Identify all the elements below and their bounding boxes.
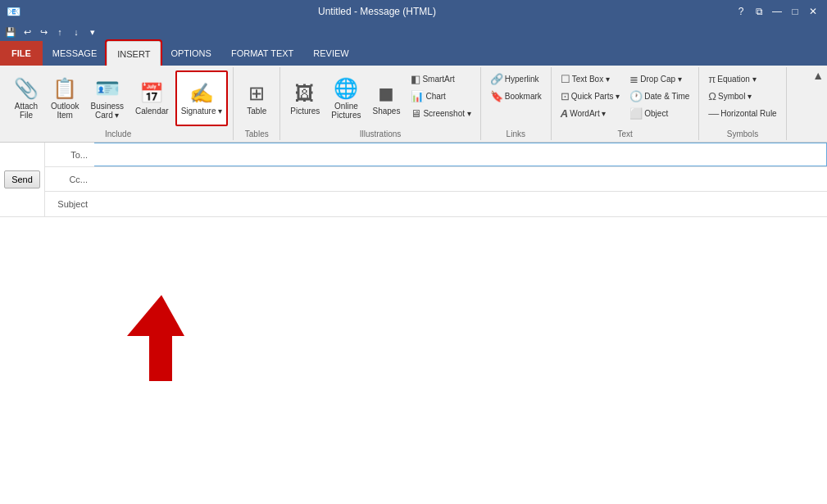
bookmark-button[interactable]: 🔖 Bookmark (486, 88, 546, 104)
business-card-button[interactable]: 🪪 BusinessCard ▾ (85, 70, 129, 126)
symbol-label: Symbol ▾ (718, 92, 752, 101)
quick-access-toolbar: 💾 ↩ ↪ ↑ ↓ ▾ (0, 23, 827, 41)
object-label: Object (644, 109, 668, 118)
undo-quick-btn[interactable]: ↩ (20, 25, 34, 39)
tab-options[interactable]: OPTIONS (161, 41, 221, 66)
chart-icon: 📊 (411, 90, 424, 102)
redo-quick-btn[interactable]: ↪ (36, 25, 51, 39)
tab-message[interactable]: MESSAGE (43, 41, 107, 66)
ribbon-group-include: 📎 AttachFile 📋 OutlookItem 🪪 BusinessCar… (3, 67, 234, 140)
symbol-button[interactable]: Ω Symbol ▾ (704, 88, 780, 104)
to-label: To... (45, 150, 94, 160)
date-time-button[interactable]: 🕐 Date & Time (625, 88, 693, 104)
text-buttons: ☐ Text Box ▾ ⊡ Quick Parts ▾ A WordArt ▾… (557, 69, 694, 128)
cc-field-row: Cc... (45, 167, 827, 192)
email-fields-container: Send To... Cc... Subject (0, 143, 827, 217)
cc-input[interactable] (94, 167, 827, 191)
symbols-col: π Equation ▾ Ω Symbol ▾ — Horizontal Rul… (704, 70, 780, 121)
subject-field-row: Subject (45, 192, 827, 216)
wordart-icon: A (561, 107, 568, 120)
tab-insert[interactable]: INSERT (107, 41, 161, 66)
signature-label: Signature ▾ (181, 107, 223, 116)
help-button[interactable]: ? (734, 4, 748, 19)
tab-file[interactable]: FILE (0, 41, 43, 66)
links-buttons: 🔗 Hyperlink 🔖 Bookmark (486, 69, 546, 128)
tab-format-text[interactable]: FORMAT TEXT (221, 41, 303, 66)
outlook-item-button[interactable]: 📋 OutlookItem (46, 70, 84, 126)
save-quick-btn[interactable]: 💾 (3, 25, 18, 39)
illustrations-buttons: 🖼 Pictures 🌐 OnlinePictures ◼ Shapes ◧ S… (285, 69, 475, 128)
tables-group-label: Tables (239, 128, 275, 138)
ribbon-group-illustrations: 🖼 Pictures 🌐 OnlinePictures ◼ Shapes ◧ S… (280, 67, 481, 140)
text-col1: ☐ Text Box ▾ ⊡ Quick Parts ▾ A WordArt ▾ (557, 70, 624, 121)
maximize-button[interactable]: □ (788, 4, 802, 19)
restore-button[interactable]: ⧉ (752, 4, 766, 19)
table-button[interactable]: ⊞ Table (239, 70, 275, 126)
to-input[interactable] (94, 143, 827, 166)
ribbon-group-symbols: π Equation ▾ Ω Symbol ▾ — Horizontal Rul… (699, 67, 786, 140)
title-bar-title: Untitled - Message (HTML) (20, 6, 734, 17)
equation-button[interactable]: π Equation ▾ (704, 70, 780, 87)
business-card-label: BusinessCard ▾ (90, 102, 124, 120)
screenshot-button[interactable]: 🖥 Screenshot ▾ (407, 105, 475, 121)
tables-buttons: ⊞ Table (239, 69, 275, 128)
smartart-icon: ◧ (411, 73, 420, 85)
symbol-icon: Ω (708, 90, 716, 102)
bookmark-label: Bookmark (505, 92, 542, 101)
attach-file-button[interactable]: 📎 AttachFile (8, 70, 44, 126)
include-group-label: Include (8, 128, 228, 138)
date-time-icon: 🕐 (629, 90, 643, 102)
calendar-icon: 📅 (139, 82, 164, 105)
ribbon-collapse-button[interactable]: ▲ (812, 69, 824, 82)
send-button[interactable]: Send (4, 170, 40, 188)
links-col: 🔗 Hyperlink 🔖 Bookmark (486, 70, 546, 104)
minimize-button[interactable]: — (770, 4, 784, 19)
chart-button[interactable]: 📊 Chart (407, 88, 475, 104)
close-button[interactable]: ✕ (806, 4, 820, 19)
quick-parts-button[interactable]: ⊡ Quick Parts ▾ (557, 88, 624, 104)
send-btn-area: Send (0, 143, 45, 216)
tab-review[interactable]: REVIEW (303, 41, 358, 66)
wordart-button[interactable]: A WordArt ▾ (557, 105, 624, 121)
hyperlink-label: Hyperlink (505, 75, 539, 84)
equation-icon: π (708, 73, 716, 85)
hyperlink-button[interactable]: 🔗 Hyperlink (486, 70, 546, 87)
subject-input[interactable] (94, 192, 827, 216)
object-button[interactable]: ⬜ Object (625, 105, 693, 121)
online-pictures-button[interactable]: 🌐 OnlinePictures (326, 70, 366, 126)
svg-marker-2 (127, 295, 184, 336)
text-box-button[interactable]: ☐ Text Box ▾ (557, 70, 624, 87)
customize-quick-access-btn[interactable]: ▾ (85, 25, 100, 39)
up-arrow-btn[interactable]: ↑ (52, 25, 67, 39)
shapes-button[interactable]: ◼ Shapes (367, 70, 405, 126)
hyperlink-icon: 🔗 (490, 73, 503, 85)
ribbon-tabs: FILE MESSAGE INSERT OPTIONS FORMAT TEXT … (0, 41, 827, 66)
outlook-item-label: OutlookItem (51, 102, 79, 120)
calendar-label: Calendar (135, 107, 169, 116)
subject-label: Subject (45, 199, 94, 209)
annotation-arrow (127, 295, 184, 381)
email-compose-area: Send To... Cc... Subject (0, 143, 827, 503)
signature-button[interactable]: ✍ Signature ▾ (175, 70, 229, 126)
screenshot-label: Screenshot ▾ (423, 109, 470, 118)
illustrations-group-label: Illustrations (285, 128, 475, 138)
drop-cap-icon: ≣ (629, 73, 638, 85)
pictures-button[interactable]: 🖼 Pictures (285, 70, 325, 126)
calendar-button[interactable]: 📅 Calendar (130, 70, 174, 126)
links-group-label: Links (486, 128, 546, 138)
ribbon-group-links: 🔗 Hyperlink 🔖 Bookmark Links (481, 67, 552, 140)
drop-cap-label: Drop Cap ▾ (640, 75, 682, 84)
chart-label: Chart (425, 92, 445, 101)
down-arrow-btn[interactable]: ↓ (69, 25, 84, 39)
text-box-icon: ☐ (561, 73, 570, 85)
text-col2: ≣ Drop Cap ▾ 🕐 Date & Time ⬜ Object (625, 70, 693, 121)
cc-label: Cc... (45, 175, 94, 184)
drop-cap-button[interactable]: ≣ Drop Cap ▾ (625, 70, 693, 87)
email-body[interactable] (0, 217, 827, 504)
title-bar-left: 📧 (7, 5, 20, 18)
object-icon: ⬜ (629, 107, 643, 120)
quick-parts-label: Quick Parts ▾ (571, 92, 620, 101)
smartart-button[interactable]: ◧ SmartArt (407, 70, 475, 87)
text-box-label: Text Box ▾ (572, 75, 610, 84)
horizontal-rule-button[interactable]: — Horizontal Rule (704, 105, 780, 121)
